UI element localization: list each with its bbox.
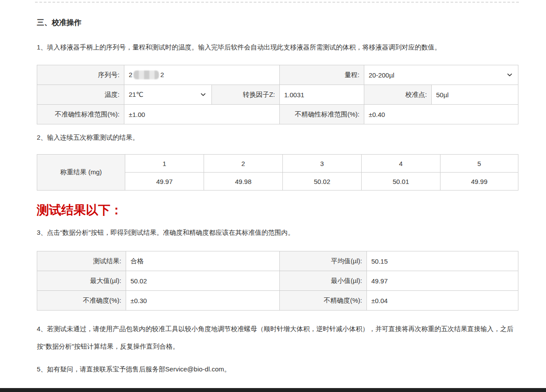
weighing-col-header-5: 5	[440, 155, 518, 173]
min-label: 最小值(µl):	[280, 271, 367, 291]
step-5-text: 5、如有疑问，请直接联系宝予德售后服务部Service@bio-dl.com。	[37, 360, 518, 378]
step-3-text: 3、点击“数据分析”按钮，即得到测试结果。准确度和精确度都应该在其标准值的范围内…	[37, 224, 518, 241]
test-results-heading: 测试结果以下：	[37, 202, 518, 219]
z-factor-value: 1.0031	[280, 85, 364, 105]
serial-prefix: 2	[129, 71, 132, 78]
step-1-text: 1、填入移液器手柄上的序列号，量程和测试时的温度。输入完毕后软件会自动出现此支移…	[37, 39, 518, 56]
weighing-value-1[interactable]: 49.97	[125, 173, 204, 191]
weighing-col-header-3: 3	[283, 155, 362, 173]
z-factor-label: 转换因子Z:	[212, 85, 280, 105]
imprecision-standard-value: ±0.40	[364, 105, 518, 124]
weighing-value-5[interactable]: 49.99	[440, 173, 518, 191]
document-body: 三、校准操作 1、填入移液器手柄上的序列号，量程和测试时的温度。输入完毕后软件会…	[0, 18, 546, 378]
test-results-table: 测试结果: 合格 平均值(µl): 50.15 最大值(µl): 50.02 最…	[37, 251, 518, 311]
max-value: 50.02	[126, 271, 280, 291]
serial-number-field[interactable]: 22	[124, 65, 280, 85]
chevron-down-icon	[200, 92, 206, 98]
serial-number-label: 序列号:	[37, 65, 124, 85]
inaccuracy-standard-value: ±1.00	[124, 105, 280, 124]
range-label: 量程:	[280, 65, 364, 85]
chevron-down-icon	[507, 72, 513, 78]
temperature-label: 温度:	[37, 85, 124, 105]
inaccuracy-standard-label: 不准确性标准范围(%):	[37, 105, 124, 124]
serial-suffix: 2	[160, 71, 164, 78]
mean-value: 50.15	[367, 251, 518, 271]
weighing-col-header-4: 4	[362, 155, 440, 173]
min-value: 49.97	[367, 271, 518, 291]
weighing-col-header-2: 2	[204, 155, 283, 173]
temperature-selected-value: 21℃	[129, 91, 144, 98]
range-select[interactable]: 20-200µl	[364, 65, 518, 85]
step-4-text: 4、若测试未通过，请使用产品包装内的较准工具以较小角度地调节校准螺母（顺时针增大…	[37, 320, 518, 355]
weighing-results-row-label: 称重结果 (mg)	[37, 155, 125, 191]
weighing-col-header-1: 1	[125, 155, 204, 173]
inaccuracy-result-value: ±0.30	[126, 291, 280, 311]
imprecision-result-label: 不精确度(%):	[280, 291, 367, 311]
max-label: 最大值(µl):	[37, 271, 126, 291]
weighing-value-3[interactable]: 50.02	[283, 173, 362, 191]
weighing-value-2[interactable]: 49.98	[204, 173, 283, 191]
calibration-point-label: 校准点:	[364, 85, 432, 105]
section-title: 三、校准操作	[37, 18, 518, 28]
step-2-text: 2、输入连续五次称重测试的结果。	[37, 129, 518, 146]
calibration-form-table: 序列号: 22 量程: 20-200µl 温度: 21℃ 转换因子Z: 1.00…	[37, 65, 518, 124]
top-dashed-divider	[35, 2, 519, 3]
calibration-point-value: 50µl	[432, 85, 518, 105]
mean-label: 平均值(µl):	[280, 251, 367, 271]
imprecision-standard-label: 不精确性标准范围(%):	[280, 105, 364, 124]
range-selected-value: 20-200µl	[369, 71, 395, 79]
weighing-value-4[interactable]: 50.01	[362, 173, 440, 191]
test-result-label: 测试结果:	[37, 251, 126, 271]
inaccuracy-result-label: 不准确度(%):	[37, 291, 126, 311]
test-result-value: 合格	[126, 251, 280, 271]
redacted-serial-blur	[134, 71, 159, 79]
window-bottom-bar	[0, 388, 546, 392]
temperature-select[interactable]: 21℃	[124, 85, 212, 105]
imprecision-result-value: ±0.04	[367, 291, 518, 311]
weighing-results-table: 称重结果 (mg) 1 2 3 4 5 49.97 49.98 50.02 50…	[37, 154, 518, 191]
